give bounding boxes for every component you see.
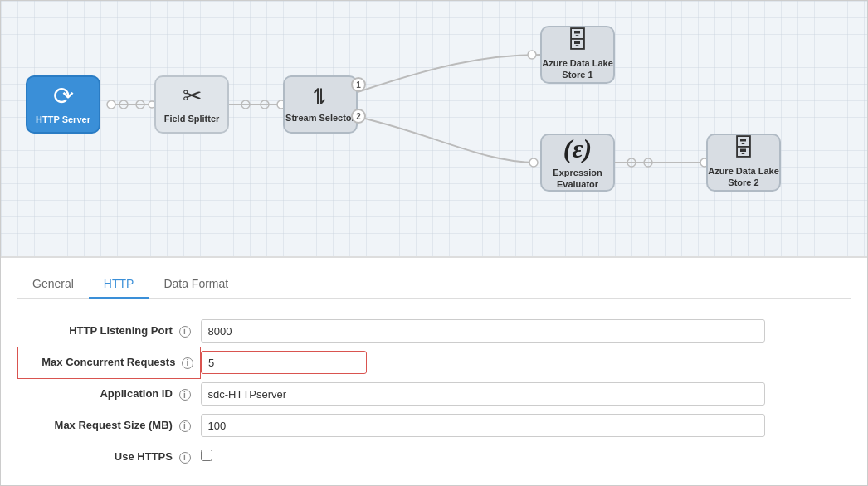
database-icon-2: 🗄: [732, 137, 755, 160]
form-row-max-request-size: Max Request Size (MB) i: [18, 410, 851, 441]
form-row-max-concurrent: Max Concurrent Requests i: [18, 347, 851, 378]
form-row-use-https: Use HTTPS i: [18, 441, 851, 473]
info-icon-use-https[interactable]: i: [179, 452, 191, 464]
http-icon: ⟳: [53, 84, 74, 109]
label-use-https: Use HTTPS i: [18, 441, 201, 473]
input-http-port[interactable]: [201, 319, 765, 343]
label-http-port: HTTP Listening Port i: [18, 315, 201, 347]
svg-point-0: [119, 100, 128, 109]
label-app-id: Application ID i: [18, 378, 201, 410]
svg-point-2: [241, 100, 250, 109]
tab-http[interactable]: HTTP: [89, 270, 149, 299]
azure2-label: Azure Data Lake Store 2: [708, 165, 779, 189]
expression-label: Expression Evaluator: [553, 167, 602, 191]
checkbox-use-https[interactable]: [201, 450, 212, 461]
node-field-splitter[interactable]: ✂ Field Splitter: [154, 75, 229, 134]
main-container: ⟳ HTTP Server ✂ Field Splitter ⇌ Stream …: [0, 0, 868, 486]
node-http-server[interactable]: ⟳ HTTP Server: [26, 75, 100, 134]
node-azure-store-1[interactable]: 🗄 Azure Data Lake Store 1: [540, 26, 615, 84]
info-icon-app-id[interactable]: i: [179, 389, 191, 401]
field-splitter-label: Field Splitter: [164, 113, 220, 124]
azure1-label: Azure Data Lake Store 1: [542, 57, 613, 81]
svg-point-7: [529, 158, 538, 167]
svg-point-11: [107, 100, 115, 109]
input-app-id[interactable]: [201, 382, 765, 406]
input-max-request-size[interactable]: [201, 414, 765, 437]
info-icon-max-concurrent[interactable]: i: [182, 357, 193, 369]
info-icon-http-port[interactable]: i: [179, 326, 191, 338]
tabs-container: General HTTP Data Format: [17, 270, 851, 299]
label-max-request-size: Max Request Size (MB) i: [18, 410, 201, 441]
svg-point-3: [261, 100, 269, 109]
scissors-icon: ✂: [183, 85, 202, 108]
form-row-app-id: Application ID i: [18, 378, 851, 410]
node-expression-evaluator[interactable]: (ε) Expression Evaluator: [540, 134, 615, 192]
connections-svg: [1, 1, 867, 256]
svg-point-5: [528, 51, 536, 59]
info-icon-max-request-size[interactable]: i: [179, 420, 191, 432]
epsilon-icon: (ε): [563, 135, 592, 162]
http-server-label: HTTP Server: [36, 114, 90, 125]
svg-point-9: [644, 158, 652, 167]
input-max-concurrent[interactable]: [201, 351, 367, 374]
stream-icon: ⇌: [310, 87, 331, 105]
pipeline-canvas[interactable]: ⟳ HTTP Server ✂ Field Splitter ⇌ Stream …: [1, 1, 867, 258]
node-stream-selector[interactable]: ⇌ Stream Selector 1 2: [283, 75, 358, 134]
stream-badge-1: 1: [351, 77, 366, 92]
tab-general[interactable]: General: [17, 270, 89, 299]
stream-selector-label: Stream Selector: [285, 112, 355, 124]
node-azure-store-2[interactable]: 🗄 Azure Data Lake Store 2: [706, 134, 781, 192]
svg-point-8: [627, 158, 636, 167]
stream-badge-2: 2: [351, 109, 366, 124]
form-row-http-port: HTTP Listening Port i: [18, 315, 851, 347]
tab-data-format[interactable]: Data Format: [149, 270, 243, 299]
database-icon-1: 🗄: [566, 29, 589, 52]
bottom-panel: General HTTP Data Format HTTP Listening …: [1, 258, 867, 485]
label-max-concurrent: Max Concurrent Requests i: [18, 347, 201, 378]
form-table: HTTP Listening Port i Max Concurrent Req…: [17, 315, 851, 473]
svg-point-1: [136, 100, 144, 109]
